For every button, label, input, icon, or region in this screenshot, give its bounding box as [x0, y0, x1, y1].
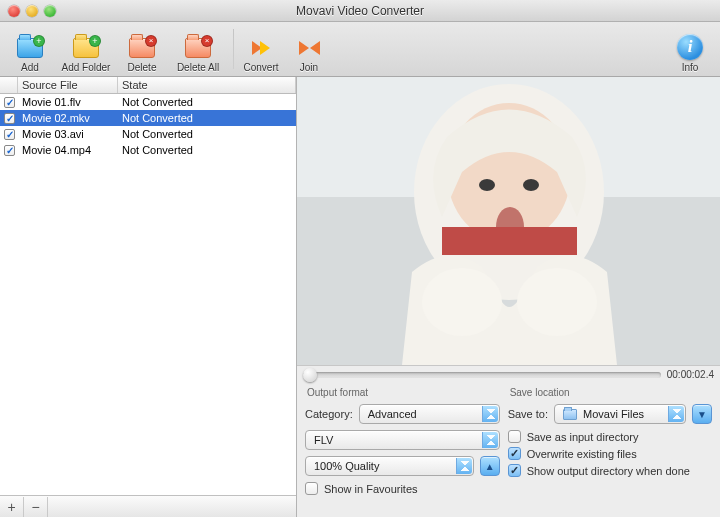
svg-rect-9 — [442, 227, 577, 255]
stepper-icon — [482, 406, 498, 422]
category-label: Category: — [305, 408, 353, 420]
save-option-checkbox[interactable] — [508, 464, 521, 477]
save-to-label: Save to: — [508, 408, 548, 420]
delete-all-button[interactable]: × Delete All — [166, 23, 230, 75]
timeline-track[interactable] — [303, 372, 661, 378]
save-option-label: Save as input directory — [527, 431, 639, 443]
svg-point-7 — [422, 268, 502, 336]
category-combo[interactable]: Advanced — [359, 404, 500, 424]
x-badge-icon: × — [202, 36, 212, 46]
save-option-checkbox[interactable] — [508, 447, 521, 460]
column-checkbox[interactable] — [0, 77, 18, 93]
info-button[interactable]: i Info — [666, 23, 714, 75]
row-checkbox[interactable] — [4, 129, 15, 140]
file-list-pane: Source File State Movie 01.flvNot Conver… — [0, 77, 297, 517]
row-state: Not Converted — [118, 112, 296, 124]
file-list-body[interactable]: Movie 01.flvNot ConvertedMovie 02.mkvNot… — [0, 94, 296, 495]
row-state: Not Converted — [118, 144, 296, 156]
svg-point-5 — [523, 179, 539, 191]
convert-button[interactable]: Convert — [237, 23, 285, 75]
remove-row-button[interactable]: − — [24, 497, 48, 517]
timeline-time: 00:00:02.4 — [667, 369, 714, 380]
file-list-footer: + − — [0, 495, 296, 517]
toolbar: + Add + Add Folder × Delete × Delete All… — [0, 22, 720, 77]
add-folder-button[interactable]: + Add Folder — [54, 23, 118, 75]
save-location-title: Save location — [508, 385, 712, 404]
row-checkbox[interactable] — [4, 145, 15, 156]
show-favourites-checkbox[interactable] — [305, 482, 318, 495]
table-row[interactable]: Movie 02.mkvNot Converted — [0, 110, 296, 126]
row-source: Movie 02.mkv — [18, 112, 118, 124]
svg-point-8 — [517, 268, 597, 336]
row-source: Movie 04.mp4 — [18, 144, 118, 156]
file-list-header: Source File State — [0, 77, 296, 94]
join-button[interactable]: Join — [285, 23, 333, 75]
timeline-thumb[interactable] — [303, 368, 317, 382]
stepper-icon — [482, 432, 498, 448]
folder-icon — [563, 409, 577, 420]
column-source[interactable]: Source File — [18, 77, 118, 93]
table-row[interactable]: Movie 01.flvNot Converted — [0, 94, 296, 110]
titlebar: Movavi Video Converter — [0, 0, 720, 22]
row-source: Movie 03.avi — [18, 128, 118, 140]
save-option-checkbox[interactable] — [508, 430, 521, 443]
save-to-combo[interactable]: Movavi Files — [554, 404, 686, 424]
stepper-icon — [668, 406, 684, 422]
row-checkbox[interactable] — [4, 113, 15, 124]
info-icon: i — [677, 34, 703, 60]
plus-badge-icon: + — [90, 36, 100, 46]
delete-button[interactable]: × Delete — [118, 23, 166, 75]
video-preview — [297, 77, 720, 365]
row-source: Movie 01.flv — [18, 96, 118, 108]
join-arrows-icon — [299, 41, 320, 55]
column-state[interactable]: State — [118, 77, 296, 93]
x-badge-icon: × — [146, 36, 156, 46]
table-row[interactable]: Movie 03.aviNot Converted — [0, 126, 296, 142]
save-to-browse-button[interactable]: ▼ — [692, 404, 712, 424]
row-checkbox[interactable] — [4, 97, 15, 108]
show-favourites-label: Show in Favourites — [324, 483, 418, 495]
output-format-panel: Output format Category: Advanced FLV — [305, 385, 500, 513]
output-format-title: Output format — [305, 385, 500, 404]
convert-arrows-icon — [252, 41, 270, 55]
save-option-label: Show output directory when done — [527, 465, 690, 477]
save-location-panel: Save location Save to: Movavi Files ▼ Sa… — [508, 385, 712, 513]
row-state: Not Converted — [118, 96, 296, 108]
save-option-label: Overwrite existing files — [527, 448, 637, 460]
format-combo[interactable]: FLV — [305, 430, 500, 450]
stepper-icon — [456, 458, 472, 474]
add-row-button[interactable]: + — [0, 497, 24, 517]
window-title: Movavi Video Converter — [0, 4, 720, 18]
quality-expand-button[interactable]: ▲ — [480, 456, 500, 476]
table-row[interactable]: Movie 04.mp4Not Converted — [0, 142, 296, 158]
row-state: Not Converted — [118, 128, 296, 140]
add-button[interactable]: + Add — [6, 23, 54, 75]
plus-badge-icon: + — [34, 36, 44, 46]
quality-combo[interactable]: 100% Quality — [305, 456, 474, 476]
timeline: 00:00:02.4 — [297, 365, 720, 383]
svg-point-4 — [479, 179, 495, 191]
